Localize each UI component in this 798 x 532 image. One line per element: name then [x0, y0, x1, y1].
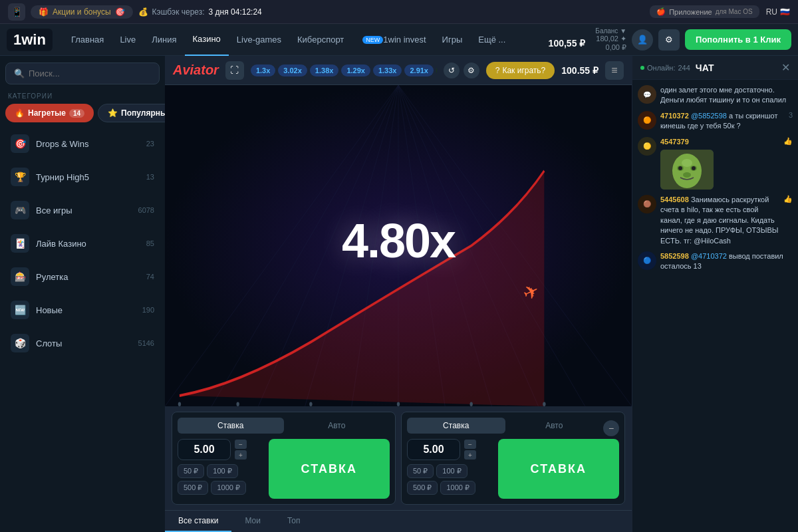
- top-bar-right: 🍎 Приложение для Mac OS RU 🇷🇺: [650, 5, 790, 18]
- promo-banner[interactable]: 🎁 Акции и бонусы 🎯: [31, 5, 133, 19]
- chat-panel: Онлайн: 244 ЧАТ ✕ 💬 один залет этого мне…: [632, 56, 798, 532]
- quick-bet-50-1[interactable]: 50 ₽: [178, 464, 204, 478]
- nav-item-esports[interactable]: Киберспорт: [289, 24, 352, 56]
- bet-tabs-2: Ставка Авто: [407, 418, 603, 434]
- sidebar-item-slots[interactable]: 🎲 Слоты 5146: [5, 327, 160, 359]
- search-input[interactable]: [29, 68, 151, 78]
- deposit-button[interactable]: Пополнить в 1 Клик: [685, 29, 791, 50]
- bet-input-area-1: − + 50 ₽ 100 ₽ 500 ₽ 1000 ₽: [178, 439, 263, 499]
- stake-button-2[interactable]: СТАВКА: [498, 439, 619, 499]
- avatar-3: 🟤: [638, 195, 656, 213]
- quick-bet-500-1[interactable]: 500 ₽: [178, 481, 208, 495]
- bet-controls-1: − + 50 ₽ 100 ₽ 500 ₽ 1000 ₽ СТАВКА: [178, 439, 390, 499]
- settings-icon[interactable]: ⚙: [658, 29, 680, 51]
- bet-input-row-1: − +: [178, 439, 263, 460]
- popular-category[interactable]: ⭐ Популярные 96: [98, 104, 165, 122]
- game-canvas: 4.80x ✈: [165, 85, 632, 406]
- hot-category[interactable]: 🔥 Нагретые 14: [5, 104, 94, 122]
- sidebar-item-live-casino[interactable]: 🃏 Лайв Казино 85: [5, 227, 160, 259]
- nav-item-more[interactable]: Ещё ...: [470, 24, 513, 56]
- language-selector[interactable]: RU 🇷🇺: [766, 7, 790, 17]
- bet-amount-1[interactable]: [178, 439, 231, 460]
- new-badge: NEW: [362, 36, 383, 44]
- bet-panel-1: Ставка Авто − + 50 ₽: [172, 412, 396, 505]
- sidebar-item-new[interactable]: 🆕 Новые 190: [5, 294, 160, 326]
- chat-close-button[interactable]: ✕: [781, 61, 790, 74]
- bet-plus-1[interactable]: +: [235, 450, 247, 460]
- nav-item-livegames[interactable]: Live-games: [229, 24, 289, 56]
- high5-icon: 🏆: [11, 168, 29, 186]
- quick-bet-1000-1[interactable]: 1000 ₽: [211, 481, 246, 495]
- nav-item-casino[interactable]: Казино: [185, 24, 229, 56]
- mult-1: 1.3x: [251, 65, 275, 76]
- tab-my-bets[interactable]: Мои: [231, 511, 274, 532]
- avatar-2: 🟡: [638, 137, 656, 156]
- svg-point-19: [672, 154, 702, 188]
- promo-label: Акции и бонусы: [53, 7, 111, 17]
- avatar-4: 🔵: [638, 251, 656, 270]
- svg-point-23: [678, 166, 682, 170]
- search-box[interactable]: 🔍: [5, 63, 160, 84]
- quick-bet-100-2[interactable]: 100 ₽: [436, 464, 467, 478]
- expand-icon[interactable]: ⛶: [225, 61, 244, 80]
- quick-bets-2: 50 ₽ 100 ₽ 500 ₽ 1000 ₽: [407, 464, 493, 495]
- bet-plus-2[interactable]: +: [464, 450, 476, 460]
- bet-minus-2[interactable]: −: [464, 440, 476, 449]
- chat-header: Онлайн: 244 ЧАТ ✕: [632, 56, 798, 80]
- question-icon: ?: [495, 66, 500, 75]
- chat-title: ЧАТ: [696, 63, 776, 73]
- sidebar-item-all[interactable]: 🎮 Все игры 6078: [5, 194, 160, 226]
- chat-message-0: 💬 один залет этого мне достаточно. Деньг…: [638, 85, 793, 106]
- lang-label: RU: [766, 7, 777, 17]
- stake-button-1[interactable]: СТАВКА: [269, 439, 390, 499]
- game-menu-button[interactable]: ≡: [605, 61, 624, 80]
- how-to-play-button[interactable]: ? Как играть?: [486, 62, 555, 79]
- tab-top[interactable]: Топ: [274, 511, 314, 532]
- bet-tab-stake-1[interactable]: Ставка: [178, 418, 284, 434]
- close-panel-button[interactable]: −: [603, 420, 619, 436]
- bet-tab-stake-2[interactable]: Ставка: [407, 418, 505, 434]
- bet-input-row-2: − +: [407, 439, 493, 460]
- quick-bet-50-2[interactable]: 50 ₽: [407, 464, 434, 478]
- quick-bet-1000-2[interactable]: 1000 ₽: [440, 481, 475, 495]
- nav-item-games[interactable]: Игры: [434, 24, 471, 56]
- nav-item-line[interactable]: Линия: [144, 24, 184, 56]
- bet-tab-auto-2[interactable]: Авто: [505, 418, 604, 434]
- nav-item-invest[interactable]: NEW 1win invest: [352, 24, 434, 56]
- sidebar-item-roulette[interactable]: 🎰 Рулетка 74: [5, 261, 160, 293]
- nav-item-live[interactable]: Live: [112, 24, 144, 56]
- bet-amount-2[interactable]: [407, 439, 460, 460]
- promo-decoration: 🎯: [115, 7, 125, 17]
- cashback-time: 3 дня 04:12:24: [209, 7, 262, 17]
- mult-6: 2.91x: [404, 65, 434, 76]
- nav-item-home[interactable]: Главная: [63, 24, 112, 56]
- app-badge[interactable]: 🍎 Приложение для Mac OS: [650, 5, 759, 18]
- bet-panel-2-header: Ставка Авто −: [407, 418, 619, 439]
- mult-2: 3.02x: [278, 65, 307, 76]
- chat-message-1: 🟠 4710372 @5852598 а ты скриншот кинешь …: [638, 111, 793, 132]
- like-count-1: 3: [789, 111, 793, 119]
- sidebar-item-drops[interactable]: 🎯 Drops & Wins 23: [5, 128, 160, 160]
- app-sub: для Mac OS: [716, 8, 753, 15]
- history-icon[interactable]: ↺: [444, 63, 460, 78]
- site-logo[interactable]: 1win: [7, 29, 53, 51]
- chat-image-shrek: [660, 150, 714, 190]
- game-balance: 100.55 ₽: [561, 65, 598, 76]
- quick-bet-500-2[interactable]: 500 ₽: [407, 481, 438, 495]
- chat-message-2: 🟡 4547379: [638, 137, 793, 190]
- app-os-icon: 🍎: [656, 7, 666, 16]
- tab-all-bets[interactable]: Все ставки: [165, 511, 231, 532]
- bet-tab-auto-1[interactable]: Авто: [284, 418, 390, 434]
- quick-bet-100-1[interactable]: 100 ₽: [207, 464, 237, 478]
- sidebar-item-high5[interactable]: 🏆 Турнир High5 13: [5, 161, 160, 193]
- mult-4: 1.29x: [341, 65, 370, 76]
- main-layout: 🔍 КАТЕГОРИИ 🔥 Нагретые 14 ⭐ Популярные 9…: [0, 56, 798, 532]
- settings-game-icon[interactable]: ⚙: [464, 63, 479, 78]
- bet-minus-1[interactable]: −: [235, 440, 247, 449]
- app-label: Приложение: [669, 8, 712, 16]
- user-avatar[interactable]: 👤: [632, 29, 653, 51]
- category-row: 🔥 Нагретые 14 ⭐ Популярные 96: [5, 104, 160, 122]
- msg-content-1: 4710372 @5852598 а ты скриншот кинешь гд…: [660, 111, 785, 132]
- bet-stepper-2: − +: [464, 440, 476, 460]
- svg-point-17: [543, 402, 545, 406]
